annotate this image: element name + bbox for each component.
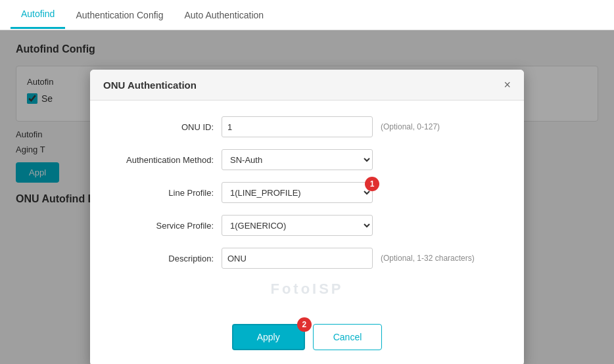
onu-id-input[interactable] [222, 116, 373, 137]
description-label: Description: [108, 254, 214, 263]
description-hint: (Optional, 1-32 characters) [381, 254, 475, 263]
modal-close-button[interactable]: × [504, 79, 511, 91]
apply-button-wrapper: Apply 2 [232, 324, 305, 350]
line-profile-row: Line Profile: 1(LINE_PROFILE) 1 [108, 182, 506, 203]
description-row: Description: (Optional, 1-32 characters) [108, 248, 506, 269]
onu-auth-modal: ONU Authentication × ONU ID: (Optional, … [90, 70, 524, 364]
tab-auth-config[interactable]: Authentication Config [65, 2, 174, 28]
modal-apply-button[interactable]: Apply [232, 324, 305, 350]
modal-footer: Apply 2 Cancel [90, 313, 524, 364]
watermark: FotoISP [108, 281, 506, 298]
onu-id-row: ONU ID: (Optional, 0-127) [108, 116, 506, 137]
onu-id-label: ONU ID: [108, 122, 214, 132]
modal-header: ONU Authentication × [90, 70, 524, 101]
modal-overlay: ONU Authentication × ONU ID: (Optional, … [0, 30, 614, 364]
description-input[interactable] [222, 248, 373, 269]
step-badge-1: 1 [365, 177, 379, 191]
service-profile-label: Service Profile: [108, 221, 214, 231]
auth-method-label: Authentication Method: [108, 155, 214, 165]
line-profile-select[interactable]: 1(LINE_PROFILE) [222, 182, 373, 203]
line-profile-label: Line Profile: [108, 188, 214, 198]
main-content: Autofind Config Autofin Se Autofin Aging… [0, 30, 614, 364]
line-profile-wrapper: 1(LINE_PROFILE) 1 [222, 182, 373, 203]
modal-title: ONU Authentication [103, 80, 197, 91]
modal-body: ONU ID: (Optional, 0-127) Authentication… [90, 101, 524, 313]
step-badge-2: 2 [297, 317, 312, 332]
tab-autofind[interactable]: Autofind [11, 1, 65, 29]
service-profile-select[interactable]: 1(GENERICO) [222, 215, 373, 236]
modal-cancel-button[interactable]: Cancel [313, 324, 383, 350]
auth-method-row: Authentication Method: SN-Auth Password-… [108, 149, 506, 170]
tab-bar: Autofind Authentication Config Auto Auth… [0, 0, 614, 30]
onu-id-hint: (Optional, 0-127) [381, 122, 440, 131]
tab-auto-auth[interactable]: Auto Authentication [174, 2, 274, 28]
auth-method-select[interactable]: SN-Auth Password-Auth SN-Password [222, 149, 373, 170]
service-profile-row: Service Profile: 1(GENERICO) [108, 215, 506, 236]
